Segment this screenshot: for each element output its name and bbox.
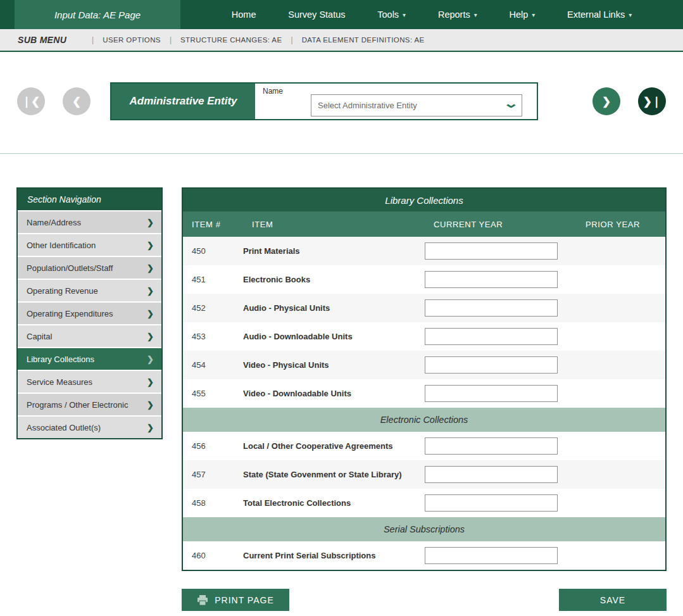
entity-name-label: Name xyxy=(263,87,283,96)
sidebar-item-operating-revenue[interactable]: Operating Revenue❯ xyxy=(18,279,161,301)
submenu-separator: | xyxy=(170,35,172,44)
tab-input-data-ae-page[interactable]: Input Data: AE Page xyxy=(15,0,180,29)
sidebar-item-label: Population/Outlets/Staff xyxy=(27,263,113,273)
sidebar-item-associated-outlet-s[interactable]: Associated Outlet(s)❯ xyxy=(18,415,161,438)
table-row-450: 450Print Materials xyxy=(183,237,665,265)
item-label: Video - Downloadable Units xyxy=(243,389,425,398)
current-year-cell xyxy=(425,356,577,374)
sidebar-item-other-identification[interactable]: Other Identification❯ xyxy=(18,233,161,256)
next-record-button[interactable]: ❯ xyxy=(592,87,620,115)
sidebar-item-label: Other Identification xyxy=(27,241,96,250)
current-year-cell xyxy=(425,271,577,288)
first-record-button[interactable]: ❘❮ xyxy=(17,87,45,115)
dropdown-caret-icon: ▾ xyxy=(532,11,535,18)
current-year-input-450[interactable] xyxy=(425,242,558,260)
last-record-button[interactable]: ❯❘ xyxy=(638,87,666,115)
submenu-separator: | xyxy=(291,35,293,44)
current-year-cell xyxy=(425,242,577,260)
item-number: 454 xyxy=(183,360,243,370)
administrative-entity-box: Administrative Entity Name Select Admini… xyxy=(110,82,538,120)
submenu-item-user-options[interactable]: USER OPTIONS xyxy=(103,36,161,44)
current-year-input-456[interactable] xyxy=(425,437,558,455)
sidebar-item-population-outlets-staff[interactable]: Population/Outlets/Staff❯ xyxy=(18,256,161,279)
current-year-input-451[interactable] xyxy=(425,271,558,288)
item-number: 460 xyxy=(183,551,243,560)
print-page-button[interactable]: PRINT PAGE xyxy=(182,589,289,611)
library-collections-panel: Library Collections ITEM # ITEM CURRENT … xyxy=(182,187,667,571)
save-label: SAVE xyxy=(600,595,625,605)
submenu-item-data-element-definitions-ae[interactable]: DATA ELEMENT DEFINITIONS: AE xyxy=(302,36,425,44)
administrative-entity-select[interactable]: Select Administrative Entity ⌄ xyxy=(311,94,522,116)
current-year-input-452[interactable] xyxy=(425,299,558,317)
item-label: Current Print Serial Subscriptions xyxy=(243,551,425,560)
column-header-item-number: ITEM # xyxy=(183,220,243,229)
item-label: Video - Physical Units xyxy=(243,360,425,370)
table-row-460: 460Current Print Serial Subscriptions xyxy=(183,541,665,570)
current-year-input-454[interactable] xyxy=(425,356,558,374)
sidebar-item-label: Name/Address xyxy=(27,218,81,227)
sidebar-item-programs-other-electronic[interactable]: Programs / Other Electronic❯ xyxy=(18,393,161,415)
sidebar-item-label: Programs / Other Electronic xyxy=(27,400,128,410)
current-year-cell xyxy=(425,385,577,402)
nav-item-help[interactable]: Help▾ xyxy=(509,9,535,20)
current-year-input-458[interactable] xyxy=(425,494,558,512)
table-row-452: 452Audio - Physical Units xyxy=(183,294,665,322)
nav-item-survey-status[interactable]: Survey Status xyxy=(288,9,345,20)
chevron-right-icon: ❯ xyxy=(147,263,154,273)
submenu-separator: | xyxy=(92,35,94,44)
nav-menu: HomeSurvey StatusTools▾Reports▾Help▾Exte… xyxy=(180,0,683,29)
item-number: 456 xyxy=(183,441,243,451)
item-label: State (State Govenment or State Library) xyxy=(243,470,425,479)
sidebar-item-name-address[interactable]: Name/Address❯ xyxy=(18,210,161,233)
print-page-label: PRINT PAGE xyxy=(215,595,274,605)
column-header-current-year: CURRENT YEAR xyxy=(425,220,577,229)
chevron-right-icon: ❯ xyxy=(147,332,154,341)
sidebar-item-capital[interactable]: Capital❯ xyxy=(18,324,161,347)
table-column-headers: ITEM # ITEM CURRENT YEAR PRIOR YEAR xyxy=(183,211,665,237)
table-row-455: 455Video - Downloadable Units xyxy=(183,379,665,408)
table-row-458: 458Total Electronic Collections xyxy=(183,489,665,517)
nav-item-tools[interactable]: Tools▾ xyxy=(377,9,406,20)
panel-title: Library Collections xyxy=(183,189,665,211)
item-label: Total Electronic Collections xyxy=(243,498,425,508)
nav-item-external-links[interactable]: External Links▾ xyxy=(567,9,632,20)
current-year-input-455[interactable] xyxy=(425,385,558,402)
save-button[interactable]: SAVE xyxy=(559,589,667,611)
nav-item-label: Home xyxy=(232,9,256,20)
current-year-cell xyxy=(425,299,577,317)
section-band-electronic-collections: Electronic Collections xyxy=(183,408,665,432)
chevron-right-icon: ❯ xyxy=(147,423,154,432)
table-row-456: 456Local / Other Cooperative Agreements xyxy=(183,432,665,460)
submenu-title: SUB MENU xyxy=(18,35,66,45)
submenu-item-structure-changes-ae[interactable]: STRUCTURE CHANGES: AE xyxy=(180,36,282,44)
sidebar-item-service-measures[interactable]: Service Measures❯ xyxy=(18,370,161,393)
panel-column: Library Collections ITEM # ITEM CURRENT … xyxy=(182,187,667,611)
sidebar-item-operating-expenditures[interactable]: Operating Expenditures❯ xyxy=(18,301,161,324)
sidebar-item-library-collections[interactable]: Library Collections❯ xyxy=(18,347,161,370)
column-header-item: ITEM xyxy=(243,220,425,229)
sidebar-item-label: Capital xyxy=(27,332,52,341)
current-year-input-457[interactable] xyxy=(425,466,558,483)
section-band-serial-subscriptions: Serial Subscriptions xyxy=(183,517,665,541)
current-year-input-460[interactable] xyxy=(425,547,558,564)
table-row-453: 453Audio - Downloadable Units xyxy=(183,322,665,351)
chevron-right-icon: ❯ xyxy=(147,241,154,250)
item-number: 453 xyxy=(183,332,243,341)
current-year-cell xyxy=(425,547,577,564)
table-row-451: 451Electronic Books xyxy=(183,265,665,294)
printer-icon xyxy=(197,595,208,605)
chevron-right-icon: ❯ xyxy=(147,377,154,387)
previous-record-button[interactable]: ❮ xyxy=(63,87,91,115)
entity-name-field: Name Select Administrative Entity ⌄ xyxy=(255,84,537,119)
sidebar-item-label: Service Measures xyxy=(27,377,92,387)
sidebar-item-label: Associated Outlet(s) xyxy=(27,423,101,432)
table-row-454: 454Video - Physical Units xyxy=(183,351,665,379)
chevron-right-icon: ❯ xyxy=(147,218,154,227)
current-year-cell xyxy=(425,437,577,455)
item-label: Audio - Physical Units xyxy=(243,303,425,313)
nav-item-home[interactable]: Home xyxy=(232,9,256,20)
nav-item-reports[interactable]: Reports▾ xyxy=(438,9,477,20)
current-year-input-453[interactable] xyxy=(425,328,558,345)
entity-selector-row: ❘❮ ❮ Administrative Entity Name Select A… xyxy=(0,82,683,120)
column-header-prior-year: PRIOR YEAR xyxy=(577,220,665,229)
